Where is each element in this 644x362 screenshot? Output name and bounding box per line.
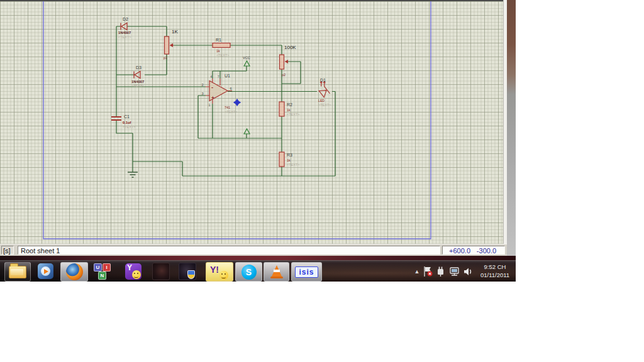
- u1-pin2-label: 2: [202, 83, 204, 87]
- clock-time: 9:52 CH: [475, 263, 514, 271]
- d2-value-label: 1N4007: [118, 31, 131, 35]
- power-arrow[interactable]: [244, 129, 250, 134]
- system-tray: [423, 265, 474, 278]
- r2-text-label: <TEXT>: [287, 112, 299, 116]
- u1-value-label: 741: [225, 106, 230, 109]
- p1-value-label: 1K: [172, 29, 178, 35]
- u1-plus-sign: +: [211, 95, 214, 101]
- component-p1-pot[interactable]: [165, 36, 174, 54]
- taskbar-explorer-button[interactable]: [4, 262, 31, 282]
- windows-taskbar: U I N Y Y! S: [0, 260, 516, 282]
- taskbar-vlc-button[interactable]: [264, 262, 289, 282]
- smiley-icon: [132, 270, 141, 279]
- c1-ref-label: C1: [124, 114, 130, 119]
- firefox-icon: [66, 263, 83, 280]
- u1-minus-sign: -: [211, 84, 213, 90]
- d3-ref-label: D3: [136, 65, 142, 70]
- vlc-cone-icon: [269, 264, 284, 280]
- u1-ref-label: U1: [225, 74, 230, 78]
- component-p2-pot[interactable]: [280, 55, 289, 69]
- wire-segments[interactable]: [116, 26, 335, 176]
- isis-logo-icon: isis: [295, 266, 318, 278]
- clock-date: 01/11/2011: [475, 271, 514, 279]
- shield-icon: [187, 270, 195, 279]
- p2-value-label: 100K: [284, 45, 296, 50]
- cursor-coordinates: +600.0 -300.0 th: [442, 246, 505, 255]
- component-c1-capacitor[interactable]: [111, 117, 121, 120]
- r1-text-label: <TEXT>: [216, 53, 229, 57]
- desktop-background-edge: [507, 0, 516, 256]
- dark-app-shield-icon: [179, 263, 196, 280]
- sheet-name-field: Root sheet 1: [18, 246, 440, 255]
- media-player-icon: [38, 263, 53, 279]
- taskbar-firefox-button[interactable]: [60, 262, 88, 282]
- r2-ref-label: R2: [287, 102, 292, 107]
- taskbar-yahoo-active-button[interactable]: Y!: [206, 262, 233, 282]
- u1-pin1-label: 1: [209, 103, 211, 107]
- r2-value-label: 1k: [287, 108, 291, 112]
- ground-symbol[interactable]: [128, 172, 138, 177]
- vcc-power-arrow[interactable]: [244, 61, 250, 66]
- c1-text-label: <TEXT>: [123, 125, 135, 129]
- r1-value-label: 1k: [216, 49, 220, 53]
- d3-value-label: 1N4007: [131, 80, 144, 84]
- yahoo-active-icon: Y!: [210, 264, 229, 280]
- component-d3-diode[interactable]: [134, 72, 140, 79]
- r3-text-label: <TEXT>: [287, 163, 299, 167]
- r3-value-label: 1k: [287, 158, 291, 162]
- component-d2-diode[interactable]: [121, 23, 127, 30]
- component-r1-resistor[interactable]: [213, 43, 230, 48]
- d1-ref-label: D1: [320, 78, 326, 82]
- vcc-label: VCC: [243, 56, 250, 60]
- d1-text-label: <TEXT>: [318, 103, 331, 107]
- status-message-cell: [s]: [1, 246, 14, 255]
- u1-pin4-label: 4: [211, 75, 213, 79]
- component-r3-resistor[interactable]: [279, 152, 284, 167]
- smiley-icon: [219, 271, 228, 280]
- d1-value-label: LED: [318, 99, 325, 102]
- u1-text-label: <TEXT>: [225, 110, 237, 114]
- p2-ref-label: p2: [282, 73, 286, 77]
- u1-pin6-label: 6: [230, 87, 232, 90]
- taskbar-clock[interactable]: 9:52 CH 01/11/2011: [475, 263, 514, 280]
- p1-ref-label: p1: [164, 56, 167, 60]
- component-u1-opamp[interactable]: [206, 79, 232, 104]
- desktop-wallpaper-sliver: [0, 256, 516, 260]
- taskbar-unikey-button[interactable]: U I N: [92, 262, 113, 280]
- u1-pin3-label: 3: [202, 92, 204, 96]
- coordinate-x: +600.0: [445, 246, 470, 255]
- tray-overflow-arrow[interactable]: ▲: [413, 266, 421, 277]
- yahoo-messenger-icon: Y: [125, 263, 142, 280]
- network-icon[interactable]: [450, 268, 458, 275]
- taskbar-app1-button[interactable]: [151, 262, 171, 280]
- sheet-border: [43, 1, 431, 239]
- schematic-drawing: D2 1N4007 <TEXT> D3 1N4007 <TEXT> 1K p1 …: [0, 1, 503, 244]
- d2-ref-label: D2: [123, 17, 128, 21]
- r1-ref-label: R1: [216, 38, 221, 42]
- isis-statusbar: [s] Root sheet 1 +600.0 -300.0 th: [0, 244, 507, 256]
- power-plug-icon[interactable]: [438, 267, 443, 277]
- component-d1-led[interactable]: [315, 80, 332, 97]
- dark-app-icon: [152, 263, 170, 280]
- desktop-screenshot: D2 1N4007 <TEXT> D3 1N4007 <TEXT> 1K p1 …: [0, 0, 644, 362]
- unikey-icon: U I N: [93, 263, 112, 280]
- taskbar-app2-button[interactable]: [177, 262, 197, 280]
- schematic-canvas[interactable]: D2 1N4007 <TEXT> D3 1N4007 <TEXT> 1K p1 …: [0, 1, 503, 244]
- taskbar-media-player-button[interactable]: [35, 262, 56, 280]
- d3-text-label: <TEXT>: [131, 84, 144, 88]
- skype-icon: S: [242, 265, 257, 280]
- u1-pin7-label: 7: [218, 75, 219, 79]
- explorer-folder-icon: [9, 266, 26, 278]
- d2-text-label: <TEXT>: [118, 35, 131, 39]
- speaker-icon[interactable]: [464, 268, 471, 276]
- component-r2-resistor[interactable]: [279, 102, 284, 116]
- taskbar-yahoo-button[interactable]: Y: [123, 262, 144, 280]
- taskbar-skype-button[interactable]: S: [235, 262, 262, 282]
- action-center-flag-icon[interactable]: [425, 266, 433, 277]
- coordinate-y: -300.0: [472, 246, 496, 255]
- c1-value-label: 0.1uf: [123, 121, 131, 124]
- r3-ref-label: R3: [287, 153, 292, 157]
- origin-marker: [233, 99, 241, 106]
- taskbar-isis-button[interactable]: isis: [291, 262, 322, 282]
